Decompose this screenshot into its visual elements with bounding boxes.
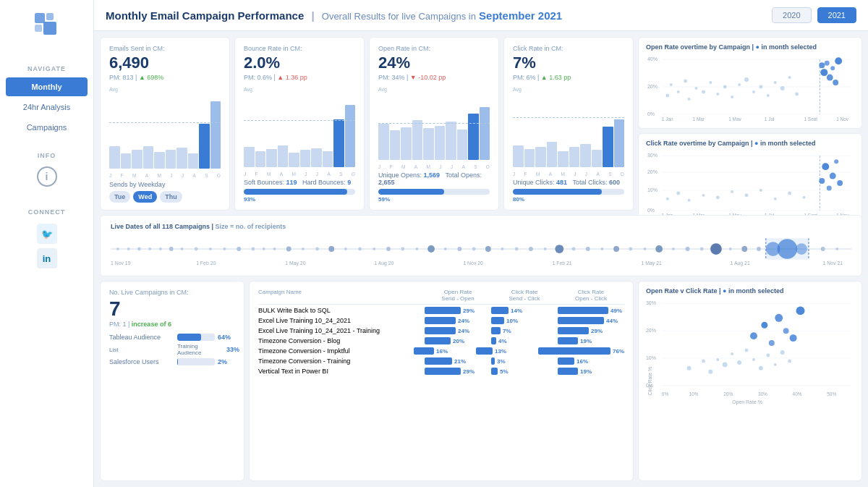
header-month-text: September 2021 xyxy=(479,9,562,22)
row-2-click-open: 44% xyxy=(558,317,624,324)
svg-text:10%: 10% xyxy=(646,355,656,360)
salesforce-pct: 2% xyxy=(218,358,235,365)
tue-btn[interactable]: Tue xyxy=(109,191,130,203)
svg-point-96 xyxy=(358,247,362,251)
title-main: Monthly Email Campaign Performance xyxy=(106,9,304,22)
row-7-click-open: 19% xyxy=(558,368,624,375)
svg-point-64 xyxy=(819,178,825,184)
row-3-open: 24% xyxy=(425,327,491,334)
svg-rect-0 xyxy=(35,13,45,23)
svg-point-69 xyxy=(837,180,843,186)
svg-point-66 xyxy=(827,185,832,190)
bounce-pm-change: ▲ 1.36 pp xyxy=(277,74,307,81)
svg-point-15 xyxy=(695,87,698,90)
emails-sent-pm: PM: 813 | ▲ 698% xyxy=(109,74,221,81)
svg-point-37 xyxy=(835,57,842,64)
table-row: Timezone Conversion - Training 21% 3% 16… xyxy=(258,357,624,365)
sidebar-item-monthly[interactable]: Monthly xyxy=(6,77,88,96)
twitter-icon[interactable]: 🐦 xyxy=(37,224,57,244)
header-subtitle: Overall Results for live Campaigns in xyxy=(322,11,476,22)
info-icon[interactable]: i xyxy=(37,166,57,187)
click-bar-label: 80% xyxy=(513,196,624,203)
chart-bar xyxy=(558,151,569,167)
tbar xyxy=(491,307,509,314)
chart-bar xyxy=(435,126,446,160)
connect-label: CONNECT xyxy=(28,208,66,216)
svg-point-52 xyxy=(666,198,669,200)
soft-bounces: 119 xyxy=(286,179,297,186)
tbar-label: 29% xyxy=(463,368,475,375)
row-4-name: Timezone Conversion - Blog xyxy=(258,337,425,344)
click-bar xyxy=(513,189,624,195)
tbar-label: 14% xyxy=(511,308,522,314)
open-rate-card: Open Rate in CM: 24% PM: 34% | ▼ -10.02 … xyxy=(369,37,499,211)
tbar-label: 24% xyxy=(458,318,469,324)
tbar xyxy=(491,368,498,375)
tbar xyxy=(476,347,493,355)
chart-bar xyxy=(513,145,524,167)
avg-label: Avg xyxy=(244,87,252,92)
timeline-title: Live Dates of all 118 Campaigns | Size =… xyxy=(111,223,851,230)
svg-point-81 xyxy=(159,247,162,250)
svg-point-105 xyxy=(485,246,491,252)
header: Monthly Email Campaign Performance | Ove… xyxy=(94,0,868,31)
svg-point-130 xyxy=(796,243,807,255)
chart-bar xyxy=(166,150,176,169)
thu-btn[interactable]: Thu xyxy=(160,191,182,203)
svg-point-59 xyxy=(760,189,762,192)
tbar xyxy=(558,327,589,334)
sidebar-item-campaigns[interactable]: Campaigns xyxy=(0,118,93,137)
tbar xyxy=(558,317,604,324)
chart-bar xyxy=(401,127,412,161)
click-rate-title: Click Rate in CM: xyxy=(513,45,624,52)
svg-point-102 xyxy=(444,247,447,250)
svg-point-94 xyxy=(328,246,334,252)
hard-bounces: 9 xyxy=(347,179,351,186)
year-2020-btn[interactable]: 2020 xyxy=(772,7,811,23)
row-4-click-send: 4% xyxy=(491,337,558,344)
svg-text:50%: 50% xyxy=(827,391,836,397)
tbar-label: 13% xyxy=(495,348,506,355)
svg-point-80 xyxy=(148,247,151,250)
tbar-label: 20% xyxy=(453,338,464,344)
sidebar-item-24hr[interactable]: 24hr Analysis xyxy=(0,98,93,117)
navigate-label: NAVIGATE xyxy=(27,65,66,72)
chart-bar xyxy=(535,147,546,167)
tbar-label: 16% xyxy=(436,348,448,355)
tbar xyxy=(538,347,610,355)
col-campaign-name: Campaign Name xyxy=(258,289,425,302)
svg-point-132 xyxy=(835,247,838,250)
svg-point-171 xyxy=(796,306,805,315)
chart-bar xyxy=(300,150,311,167)
row-1-open: 29% xyxy=(425,307,491,314)
svg-point-97 xyxy=(373,247,375,250)
chart-bar xyxy=(210,101,221,169)
tbar-label: 19% xyxy=(580,338,592,344)
tableau-label: Tableau Audience xyxy=(109,334,174,341)
svg-text:1 Nov 20: 1 Nov 20 xyxy=(463,261,483,266)
row-7-click-send: 5% xyxy=(491,368,558,375)
row-3-click-send: 7% xyxy=(491,327,558,334)
svg-point-62 xyxy=(802,196,805,199)
wed-btn[interactable]: Wed xyxy=(133,191,157,203)
emails-pm-label: PM: 813 xyxy=(109,74,134,81)
total-opens: 2,655 xyxy=(378,179,395,186)
tbar xyxy=(425,337,451,344)
linkedin-icon[interactable]: in xyxy=(37,248,57,268)
chart-labels: JFMAMJJASO xyxy=(378,164,490,169)
salesforce-audience-row: Salesforce Users 2% xyxy=(109,358,235,365)
year-2021-btn[interactable]: 2021 xyxy=(817,7,856,23)
chart-bar xyxy=(547,142,558,167)
svg-point-104 xyxy=(472,247,476,251)
table-row: BULK Write Back to SQL 29% 14% 49% xyxy=(258,307,624,314)
salesforce-bar xyxy=(177,358,215,365)
open-bar xyxy=(378,189,490,195)
svg-text:20%: 20% xyxy=(647,169,658,174)
svg-point-34 xyxy=(827,75,833,81)
svg-point-35 xyxy=(830,66,835,70)
top-row: Emails Sent in CM: 6,490 PM: 813 | ▲ 698… xyxy=(100,37,862,211)
tbar-label: 21% xyxy=(454,358,466,365)
tbar-label: 76% xyxy=(613,348,624,355)
svg-point-160 xyxy=(759,366,763,370)
svg-point-162 xyxy=(774,363,777,366)
